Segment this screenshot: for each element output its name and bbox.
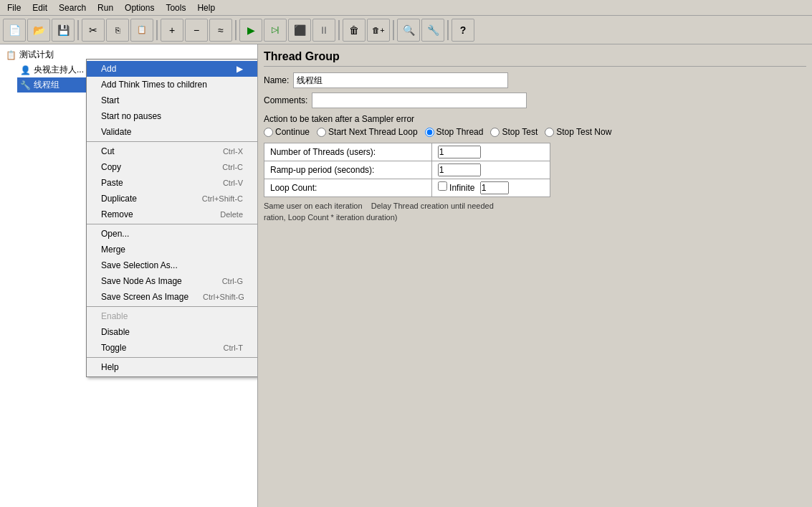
context-sep1 [87,141,257,142]
infinite-checkbox[interactable] [438,181,447,191]
thread-count-row: Number of Threads (users): [264,143,550,161]
context-menu-start-no-pauses[interactable]: Start no pauses [87,108,257,124]
scheduler-note: Same user on each iteration Delay Thread… [264,202,806,210]
help-button[interactable]: ? [452,19,474,42]
action-label: Action to be taken after a Sampler error [264,114,414,124]
context-menu-help[interactable]: Help [87,359,257,375]
radio-start-next-label: Start Next Thread Loop [328,127,418,137]
menu-help[interactable]: Help [191,1,221,14]
context-menu-enable: Enable [87,308,257,324]
scheduler-note2: ration, Loop Count * iteration duration) [264,213,806,222]
paste-button[interactable]: 📋 [130,19,153,42]
right-panel: Thread Group Name: Comments: Action to b… [258,44,812,507]
toolbar-sep2 [156,20,158,40]
context-sep2 [87,224,257,224]
context-menu-open[interactable]: Open... [87,226,257,242]
context-sep3 [87,306,257,307]
action-section: Action to be taken after a Sampler error [264,114,806,124]
remote-button[interactable]: 🔧 [421,19,444,42]
radio-stop-test-now-label: Stop Test Now [556,127,611,137]
menu-edit[interactable]: Edit [27,1,53,14]
comments-input[interactable] [312,93,527,108]
find-button[interactable]: 🔍 [397,19,420,42]
testplan-label: 测试计划 [19,49,54,61]
threadgroup-icon: 🔧 [20,80,31,90]
copy-button[interactable]: ⎘ [106,19,129,42]
stop-all-button[interactable]: ⏸ [312,19,335,42]
user-label: 央视主持人... [34,64,84,76]
context-menu-save-node-image[interactable]: Save Node As Image Ctrl-G [87,273,257,289]
panel-title: Thread Group [264,50,806,67]
radio-stop-test[interactable]: Stop Test [490,127,538,137]
menu-file[interactable]: File [1,1,27,14]
new-button[interactable]: 📄 [3,19,26,42]
ramp-up-row: Ramp-up period (seconds): [264,161,550,179]
radio-start-next-input[interactable] [317,128,326,137]
radio-stop-thread[interactable]: Stop Thread [425,127,484,137]
name-row: Name: [264,72,806,88]
radio-start-next[interactable]: Start Next Thread Loop [317,127,418,137]
context-menu-save-screen-image[interactable]: Save Screen As Image Ctrl+Shift-G [87,289,257,305]
context-menu-toggle[interactable]: Toggle Ctrl-T [87,340,257,356]
testplan-icon: 📋 [6,50,16,60]
toolbar-sep5 [393,20,394,40]
context-menu-add-think[interactable]: Add Think Times to children [87,77,257,93]
context-menu-merge[interactable]: Merge [87,242,257,257]
clear-all-button[interactable]: 🗑+ [367,19,390,42]
radio-stop-test-now[interactable]: Stop Test Now [545,127,611,137]
context-menu-validate[interactable]: Validate [87,124,257,140]
toolbar-sep1 [77,20,79,40]
open-button[interactable]: 📂 [27,19,50,42]
save-button[interactable]: 💾 [52,19,75,42]
menu-tools[interactable]: Tools [160,1,191,14]
toggle-button[interactable]: ≈ [209,19,232,42]
context-menu-paste[interactable]: Paste Ctrl-V [87,175,257,191]
toolbar-sep3 [235,20,237,40]
radio-continue-label: Continue [275,127,310,137]
loop-count-row: Loop Count: Infinite [264,179,550,197]
context-menu-duplicate[interactable]: Duplicate Ctrl+Shift-C [87,191,257,207]
thread-props-table: Number of Threads (users): Ramp-up perio… [264,143,550,197]
radio-stop-thread-label: Stop Thread [436,127,484,137]
context-menu-add[interactable]: Add ▶ [87,61,257,77]
radio-continue[interactable]: Continue [264,127,310,137]
comments-label: Comments: [264,95,307,105]
infinite-label: Infinite [449,183,474,193]
context-menu-cut[interactable]: Cut Ctrl-X [87,143,257,159]
context-menu-save-selection[interactable]: Save Selection As... [87,257,257,273]
radio-stop-test-now-input[interactable] [545,128,554,137]
expand-button[interactable]: + [161,19,183,42]
context-menu-start[interactable]: Start [87,93,257,108]
radio-continue-input[interactable] [264,128,273,137]
context-menu-copy[interactable]: Copy Ctrl-C [87,159,257,175]
clear-button[interactable]: 🗑 [343,19,366,42]
toolbar-sep4 [338,20,340,40]
thread-options: Continue Start Next Thread Loop Stop Thr… [264,127,806,137]
menu-options[interactable]: Options [119,1,160,14]
run-button[interactable]: ▶ [239,19,262,42]
menubar: File Edit Search Run Options Tools Help [0,0,812,16]
radio-stop-test-input[interactable] [490,128,500,137]
thread-count-input[interactable] [438,146,481,158]
name-input[interactable] [293,72,508,88]
stop-button[interactable]: ⬛ [288,19,311,42]
name-label: Name: [264,75,289,85]
thread-count-label: Number of Threads (users): [264,143,432,161]
toolbar: 📄 📂 💾 ✂ ⎘ 📋 + − ≈ ▶ ▷| ⬛ ⏸ 🗑 🗑+ 🔍 🔧 ? [0,16,812,44]
loop-count-label: Loop Count: [264,179,432,197]
user-icon: 👤 [20,65,31,75]
cut-button[interactable]: ✂ [82,19,105,42]
ramp-up-input[interactable] [438,164,481,176]
radio-stop-test-label: Stop Test [502,127,538,137]
context-menu-remove[interactable]: Remove Delete [87,207,257,222]
radio-stop-thread-input[interactable] [425,128,434,137]
threadgroup-label: 线程组 [34,79,59,91]
left-panel: 📋 测试计划 👤 央视主持人... 🔧 线程组 Add ▶ Add Think … [0,44,258,507]
context-menu-disable[interactable]: Disable [87,324,257,340]
context-sep4 [87,357,257,358]
collapse-button[interactable]: − [185,19,208,42]
menu-run[interactable]: Run [92,1,119,14]
loop-count-input[interactable] [480,181,509,194]
run-nopause-button[interactable]: ▷| [264,19,287,42]
menu-search[interactable]: Search [53,1,92,14]
